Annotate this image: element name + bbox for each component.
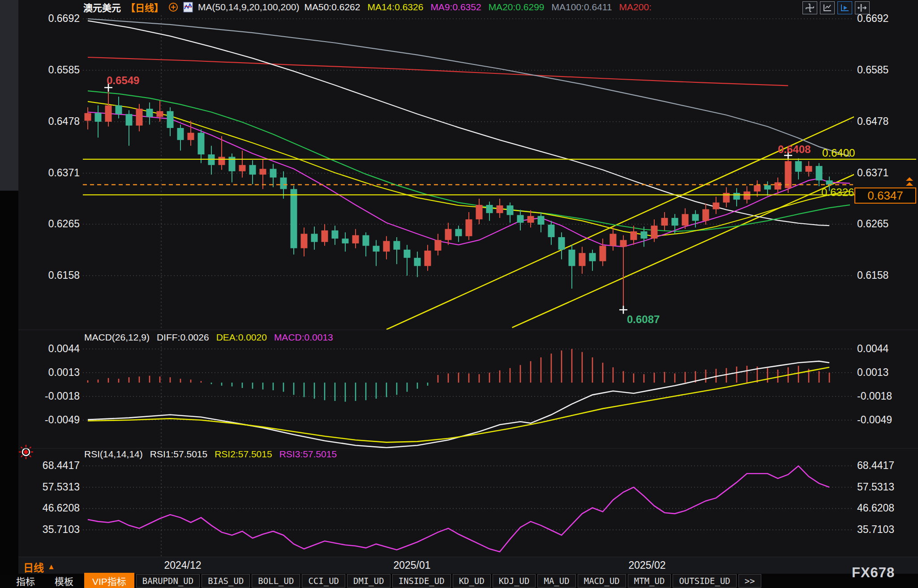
rsi-panel-header: RSI(14,14,14) RSI1:57.5015 RSI2:57.5015 … xyxy=(84,449,337,460)
rsi-tick-left: 46.6208 xyxy=(26,502,80,514)
ma-value: MA200: xyxy=(619,2,652,13)
period-tag: 【日线】 xyxy=(126,0,163,14)
indicator-tab-barupdn_ud[interactable]: BARUPDN_UD xyxy=(136,574,200,588)
left-sidebar xyxy=(0,0,18,191)
macd-title: MACD(26,12,9) xyxy=(84,332,150,343)
rsi-tick-right: 57.5313 xyxy=(857,481,916,493)
price-tick-left: 0.6478 xyxy=(26,115,80,128)
price-tick-left: 0.6158 xyxy=(26,269,80,281)
swing-high-label-feb: 0.6408 xyxy=(778,143,811,156)
indicator-tab-bias_ud[interactable]: BIAS_UD xyxy=(202,574,250,588)
period-selector-label: 日线 xyxy=(23,559,44,575)
chart-header: 澳元美元 【日线】 MA(50,14,9,20,100,200) MA50:0.… xyxy=(83,1,652,13)
price-tick-left: 0.6585 xyxy=(26,64,80,76)
x-axis-date-2: 2025/01 xyxy=(381,559,443,571)
swing-high-label-nov: 0.6549 xyxy=(107,74,139,87)
indicator-toolbar: 指标模板VIP指标BARUPDN_UDBIAS_UDBOLL_UDCCI_UDD… xyxy=(0,574,918,588)
macd-tick-left: -0.0018 xyxy=(26,390,80,402)
support-line-label: 0.6326 xyxy=(821,186,854,199)
indicator-tab-cci_ud[interactable]: CCI_UD xyxy=(302,574,345,588)
price-tick-right: 0.6478 xyxy=(857,115,916,128)
indicator-tab->>[interactable]: >> xyxy=(738,574,761,588)
overlay-markers xyxy=(104,84,792,314)
x-axis-date-3: 2025/02 xyxy=(616,559,678,571)
indicator-tab-[interactable]: 模板 xyxy=(46,574,82,588)
ma-line-ma20 xyxy=(88,91,850,231)
price-tick-left: 0.6371 xyxy=(26,167,80,179)
ma-values: MA50:0.6262MA14:0.6326MA9:0.6352MA20:0.6… xyxy=(305,2,652,13)
macd-tick-right: -0.0049 xyxy=(857,414,916,426)
ma-value: MA9:0.6352 xyxy=(430,2,481,13)
indicator-tab-vip[interactable]: VIP指标 xyxy=(84,573,134,588)
scroll-to-latest-arrows[interactable] xyxy=(905,177,914,188)
pane-resize-icon[interactable] xyxy=(855,1,870,14)
rsi-tick-right: 35.7103 xyxy=(857,524,916,536)
ma-value: MA20:0.6299 xyxy=(489,2,545,13)
macd-tick-left: 0.0013 xyxy=(26,366,80,379)
rsi-title: RSI(14,14,14) xyxy=(84,449,143,460)
indicator-tab-ma_ud[interactable]: MA_UD xyxy=(537,574,575,588)
rsi-tick-left: 35.7103 xyxy=(26,524,80,536)
rsi-panel[interactable] xyxy=(83,462,853,556)
axis-play-icon[interactable] xyxy=(837,1,852,14)
alert-blink-icon[interactable] xyxy=(19,445,33,459)
macd-panel-header: MACD(26,12,9) DIFF:0.0026 DEA:0.0020 MAC… xyxy=(84,332,333,343)
price-tick-right: 0.6585 xyxy=(857,64,916,76)
indicator-tab-kdj_ud[interactable]: KDJ_UD xyxy=(493,574,536,588)
add-compare-icon[interactable] xyxy=(168,2,178,12)
indicator-tab-inside_ud[interactable]: INSIDE_UD xyxy=(392,574,451,588)
price-tick-right: 0.6692 xyxy=(857,13,916,25)
rsi-tick-right: 68.4417 xyxy=(857,460,916,472)
axis-scale-icon[interactable] xyxy=(820,1,835,14)
indicator-tab-outside_ud[interactable]: OUTSIDE_UD xyxy=(673,574,736,588)
macd-tick-right: 0.0013 xyxy=(857,366,916,379)
macd-tick-right: 0.0044 xyxy=(857,343,916,355)
watermark-logo: FX678 xyxy=(852,565,895,581)
macd-tick-right: -0.0018 xyxy=(857,390,916,402)
swing-low-label: 0.6087 xyxy=(627,313,660,326)
triangle-up-icon: ▲ xyxy=(47,562,55,571)
macd-tick-left: 0.0044 xyxy=(26,343,80,355)
left-sidebar-lower xyxy=(0,191,18,588)
ma-settings-label: MA(50,14,9,20,100,200) xyxy=(198,2,300,13)
indicator-chart-icon[interactable] xyxy=(183,2,193,13)
ma-line-ma200 xyxy=(88,57,788,85)
price-tick-right: 0.6265 xyxy=(857,218,916,230)
ma-value: MA50:0.6262 xyxy=(305,2,360,13)
indicator-tab-kd_ud[interactable]: KD_UD xyxy=(453,574,491,588)
indicator-tab-mtm_ud[interactable]: MTM_UD xyxy=(628,574,671,588)
rsi-tick-left: 57.5313 xyxy=(26,481,80,493)
rsi1-value: RSI1:57.5015 xyxy=(150,449,207,460)
macd-diff-value: DIFF:0.0026 xyxy=(157,332,209,343)
ma-value: MA14:0.6326 xyxy=(367,2,423,13)
price-tick-right: 0.6158 xyxy=(857,269,916,281)
macd-macd-value: MACD:0.0013 xyxy=(274,332,333,343)
resistance-line-label: 0.6400 xyxy=(822,147,855,159)
macd-tick-left: -0.0049 xyxy=(26,414,80,426)
indicator-tab-boll_ud[interactable]: BOLL_UD xyxy=(252,574,300,588)
rsi2-value: RSI2:57.5015 xyxy=(214,449,272,460)
chart-canvas[interactable] xyxy=(0,0,918,588)
rsi-tick-right: 46.6208 xyxy=(857,502,916,514)
price-tick-left: 0.6692 xyxy=(26,13,80,25)
main-chart-panel[interactable] xyxy=(83,15,860,329)
indicator-tab-macd_ud[interactable]: MACD_UD xyxy=(578,574,626,588)
rsi-tick-left: 68.4417 xyxy=(26,460,80,472)
chart-toolbar-top-right xyxy=(802,1,870,14)
indicator-tab-dmi_ud[interactable]: DMI_UD xyxy=(347,574,390,588)
current-price-tag: 0.6347 xyxy=(854,187,916,204)
rsi3-value: RSI3:57.5015 xyxy=(279,449,337,460)
macd-panel[interactable] xyxy=(83,343,853,448)
price-tick-left: 0.6265 xyxy=(26,218,80,230)
period-selector[interactable]: 日线 ▲ xyxy=(23,559,55,575)
indicator-tab-[interactable]: 指标 xyxy=(7,574,44,588)
ma-value: MA100:0.6411 xyxy=(552,2,612,13)
layout-grid-icon[interactable] xyxy=(802,1,817,14)
symbol-name: 澳元美元 xyxy=(83,0,121,14)
x-axis-date-1: 2024/12 xyxy=(151,559,214,571)
macd-dea-value: DEA:0.0020 xyxy=(216,332,267,343)
